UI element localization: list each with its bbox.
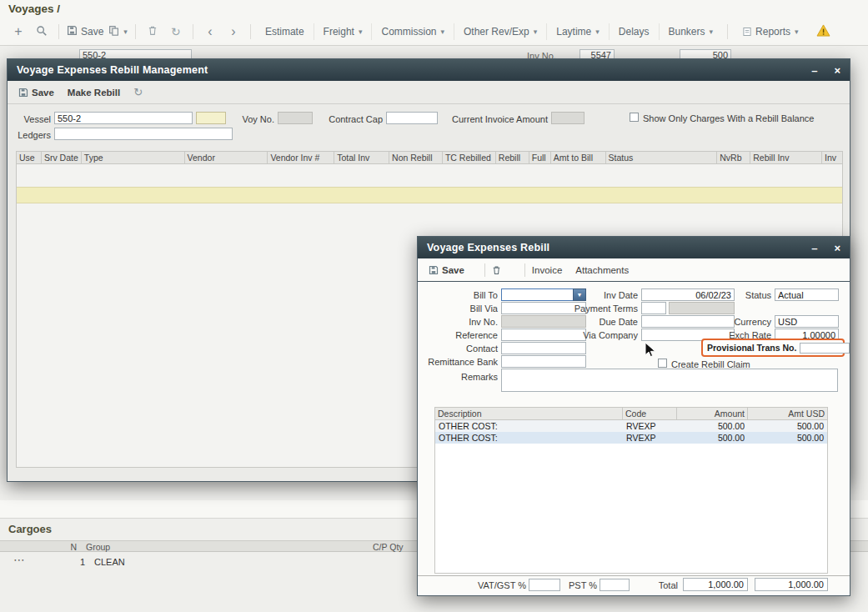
minimize-button[interactable]: – bbox=[811, 65, 817, 76]
menu-label: Delays bbox=[619, 26, 650, 38]
col-non-rebill[interactable]: Non Rebill bbox=[389, 152, 443, 163]
provisional-trans-no-input[interactable] bbox=[800, 343, 850, 354]
col-nvrb[interactable]: NvRb bbox=[717, 152, 750, 163]
vessel-input[interactable] bbox=[54, 112, 193, 124]
col-amt-usd[interactable]: Amt USD bbox=[748, 408, 827, 419]
charges-table-header: Use Srv Date Type Vendor Vendor Inv # To… bbox=[17, 152, 842, 164]
menu-bunkers[interactable]: Bunkers▾ bbox=[659, 23, 723, 40]
contract-cap-input[interactable] bbox=[386, 112, 438, 124]
delete-button[interactable] bbox=[143, 22, 162, 42]
vessel-code-input[interactable] bbox=[196, 112, 226, 124]
currency-input[interactable] bbox=[775, 315, 839, 328]
contact-input[interactable] bbox=[501, 342, 586, 354]
refresh-button[interactable]: ↻ bbox=[133, 86, 143, 98]
vessel-label: Vessel bbox=[14, 114, 51, 125]
cargo-row-number: 1 bbox=[73, 557, 85, 567]
menu-label: Estimate bbox=[265, 26, 304, 38]
col-description[interactable]: Description bbox=[435, 408, 623, 419]
save-button[interactable]: Save bbox=[67, 22, 103, 42]
ledgers-label: Ledgers bbox=[14, 130, 51, 141]
bill-to-label: Bill To bbox=[424, 290, 498, 301]
chevron-down-icon: ▾ bbox=[795, 28, 799, 36]
menu-laytime[interactable]: Laytime▾ bbox=[546, 23, 609, 40]
rebill-titlebar[interactable]: Voyage Expenses Rebill – × bbox=[418, 237, 850, 258]
menu-delays[interactable]: Delays bbox=[609, 23, 659, 40]
line-item-row[interactable]: OTHER COST: RVEXP 500.00 500.00 bbox=[435, 432, 827, 444]
line-item-row[interactable]: OTHER COST: RVEXP 500.00 500.00 bbox=[435, 420, 827, 432]
menu-other-rev-exp[interactable]: Other Rev/Exp▾ bbox=[454, 23, 546, 40]
col-vendor-inv[interactable]: Vendor Inv # bbox=[268, 152, 334, 163]
col-vendor[interactable]: Vendor bbox=[185, 152, 268, 163]
close-button[interactable]: × bbox=[834, 243, 840, 253]
menu-label: Reports bbox=[755, 26, 790, 38]
toolbar-separator bbox=[193, 24, 193, 39]
inv-date-input[interactable] bbox=[641, 288, 735, 301]
payment-terms-code-input[interactable] bbox=[641, 302, 666, 314]
save-button-label: Save bbox=[32, 88, 54, 98]
chevron-down-icon: ▾ bbox=[595, 28, 600, 36]
cell-amt-usd: 500.00 bbox=[748, 433, 827, 443]
row-actions-button[interactable]: ⋯ bbox=[13, 553, 26, 566]
validation-warning[interactable] bbox=[816, 24, 830, 39]
due-date-input[interactable] bbox=[641, 315, 735, 328]
rebill-management-titlebar[interactable]: Voyage Expenses Rebill Management – × bbox=[8, 59, 850, 81]
voy-no-input bbox=[278, 112, 313, 124]
minimize-button[interactable]: – bbox=[811, 243, 817, 253]
window-title: Voyage Expenses Rebill Management bbox=[17, 64, 208, 76]
col-use[interactable]: Use bbox=[17, 152, 42, 163]
col-status[interactable]: Status bbox=[606, 152, 718, 163]
invoice-tab[interactable]: Invoice bbox=[532, 265, 562, 275]
line-items-table[interactable]: Description Code Amount Amt USD OTHER CO… bbox=[434, 407, 828, 574]
col-amt-to-bill[interactable]: Amt to Bill bbox=[551, 152, 606, 163]
total-amount-cell: 1,000.00 bbox=[683, 578, 748, 591]
menu-freight[interactable]: Freight▾ bbox=[314, 23, 372, 40]
menu-estimate[interactable]: Estimate bbox=[256, 23, 314, 40]
bg-partial-field: 5547 bbox=[580, 49, 615, 58]
status-label: Status bbox=[738, 290, 771, 301]
col-type[interactable]: Type bbox=[82, 152, 185, 163]
copy-button[interactable]: ▾ bbox=[108, 22, 128, 42]
cargoes-col-cpqty: C/P Qty bbox=[373, 542, 404, 552]
window-title: Voyage Expenses Rebill bbox=[427, 242, 549, 253]
pst-input[interactable] bbox=[600, 579, 630, 591]
close-button[interactable]: × bbox=[834, 65, 840, 76]
col-rebill[interactable]: Rebill bbox=[496, 152, 529, 163]
col-total-inv[interactable]: Total Inv bbox=[334, 152, 389, 163]
show-only-rebill-balance-checkbox[interactable] bbox=[630, 113, 639, 122]
col-amount[interactable]: Amount bbox=[677, 408, 748, 419]
col-rebill-inv[interactable]: Rebill Inv bbox=[750, 152, 822, 163]
main-toolbar: + Save ▾ ↻ ‹ › Estimate Freight▾ Commiss… bbox=[0, 18, 868, 46]
attachments-tab[interactable]: Attachments bbox=[575, 265, 629, 275]
create-rebill-claim-checkbox[interactable] bbox=[658, 359, 667, 368]
status-input[interactable] bbox=[775, 288, 839, 301]
refresh-button[interactable]: ↻ bbox=[167, 22, 185, 42]
provisional-trans-no-highlight: Provisional Trans No. bbox=[701, 339, 845, 357]
col-full[interactable]: Full bbox=[529, 152, 551, 163]
back-button[interactable]: ‹ bbox=[201, 22, 219, 42]
highlighted-charge-row[interactable] bbox=[17, 187, 842, 203]
col-code[interactable]: Code bbox=[623, 408, 677, 419]
inv-no-label: Inv No. bbox=[424, 317, 498, 328]
search-button[interactable] bbox=[33, 22, 51, 42]
bg-partial-label: Inv No. bbox=[527, 51, 556, 58]
make-rebill-button[interactable]: Make Rebill bbox=[68, 88, 120, 98]
forward-button[interactable]: › bbox=[224, 22, 243, 42]
total-label: Total bbox=[636, 580, 678, 591]
col-srv-date[interactable]: Srv Date bbox=[42, 152, 82, 163]
payment-terms-label: Payment Terms bbox=[543, 303, 638, 314]
due-date-label: Due Date bbox=[543, 317, 638, 328]
save-button-label: Save bbox=[442, 265, 464, 275]
add-button[interactable]: + bbox=[9, 22, 28, 42]
cargoes-col-group: Group bbox=[86, 542, 110, 552]
menu-commission[interactable]: Commission▾ bbox=[371, 23, 454, 40]
menu-reports[interactable]: Reports▾ bbox=[733, 23, 808, 40]
save-button[interactable]: Save bbox=[429, 265, 464, 275]
ledgers-input[interactable] bbox=[54, 128, 233, 140]
save-button[interactable]: Save bbox=[18, 88, 54, 98]
vat-gst-input[interactable] bbox=[529, 579, 560, 591]
remittance-bank-input[interactable] bbox=[501, 355, 586, 368]
col-inv[interactable]: Inv bbox=[822, 152, 842, 163]
delete-button[interactable] bbox=[492, 265, 504, 275]
remarks-textarea[interactable] bbox=[501, 369, 838, 392]
col-tc-rebilled[interactable]: TC Rebilled bbox=[443, 152, 496, 163]
